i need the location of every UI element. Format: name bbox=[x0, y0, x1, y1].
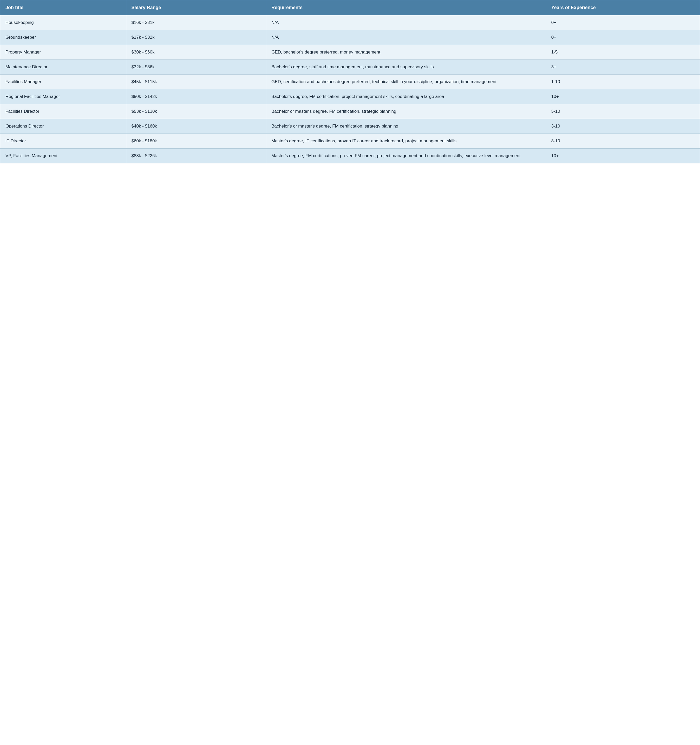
job-title-cell: Operations Director bbox=[0, 119, 126, 134]
requirements-cell: Master's degree, IT certifications, prov… bbox=[266, 134, 546, 148]
header-years-experience: Years of Experience bbox=[546, 0, 700, 15]
table-row: VP, Facilities Management$83k - $226kMas… bbox=[0, 148, 700, 163]
job-title-cell: Regional Facilities Manager bbox=[0, 89, 126, 104]
facilities-jobs-table: Job title Salary Range Requirements Year… bbox=[0, 0, 700, 163]
salary-range-cell: $30k - $60k bbox=[126, 45, 266, 60]
salary-range-cell: $32k - $86k bbox=[126, 60, 266, 75]
job-title-cell: Facilities Director bbox=[0, 104, 126, 119]
years-experience-cell: 10+ bbox=[546, 148, 700, 163]
table-row: IT Director$60k - $180kMaster's degree, … bbox=[0, 134, 700, 148]
table-row: Groundskeeper$17k - $32kN/A0+ bbox=[0, 30, 700, 45]
requirements-cell: N/A bbox=[266, 30, 546, 45]
job-title-cell: Property Manager bbox=[0, 45, 126, 60]
table-row: Housekeeping$16k - $31kN/A0+ bbox=[0, 15, 700, 30]
salary-range-cell: $50k - $142k bbox=[126, 89, 266, 104]
requirements-cell: Bachelor or master's degree, FM certific… bbox=[266, 104, 546, 119]
salary-range-cell: $16k - $31k bbox=[126, 15, 266, 30]
header-salary-range: Salary Range bbox=[126, 0, 266, 15]
salary-range-cell: $17k - $32k bbox=[126, 30, 266, 45]
salary-range-cell: $53k - $130k bbox=[126, 104, 266, 119]
salary-range-cell: $45k - $115k bbox=[126, 75, 266, 89]
table-row: Property Manager$30k - $60kGED, bachelor… bbox=[0, 45, 700, 60]
job-title-cell: Maintenance Director bbox=[0, 60, 126, 75]
requirements-cell: Bachelor's degree, FM certification, pro… bbox=[266, 89, 546, 104]
requirements-cell: Master's degree, FM certifications, prov… bbox=[266, 148, 546, 163]
table-row: Facilities Manager$45k - $115kGED, certi… bbox=[0, 75, 700, 89]
salary-range-cell: $40k - $160k bbox=[126, 119, 266, 134]
requirements-cell: GED, bachelor's degree preferred, money … bbox=[266, 45, 546, 60]
table-row: Operations Director$40k - $160kBachelor'… bbox=[0, 119, 700, 134]
years-experience-cell: 8-10 bbox=[546, 134, 700, 148]
table-row: Facilities Director$53k - $130kBachelor … bbox=[0, 104, 700, 119]
years-experience-cell: 1-5 bbox=[546, 45, 700, 60]
years-experience-cell: 0+ bbox=[546, 30, 700, 45]
job-title-cell: Housekeeping bbox=[0, 15, 126, 30]
years-experience-cell: 3+ bbox=[546, 60, 700, 75]
years-experience-cell: 1-10 bbox=[546, 75, 700, 89]
header-job-title: Job title bbox=[0, 0, 126, 15]
job-title-cell: Groundskeeper bbox=[0, 30, 126, 45]
table-row: Maintenance Director$32k - $86kBachelor'… bbox=[0, 60, 700, 75]
salary-range-cell: $60k - $180k bbox=[126, 134, 266, 148]
job-title-cell: IT Director bbox=[0, 134, 126, 148]
requirements-cell: Bachelor's degree, staff and time manage… bbox=[266, 60, 546, 75]
table-row: Regional Facilities Manager$50k - $142kB… bbox=[0, 89, 700, 104]
job-title-cell: VP, Facilities Management bbox=[0, 148, 126, 163]
years-experience-cell: 0+ bbox=[546, 15, 700, 30]
job-title-cell: Facilities Manager bbox=[0, 75, 126, 89]
requirements-cell: Bachelor's or master's degree, FM certif… bbox=[266, 119, 546, 134]
years-experience-cell: 5-10 bbox=[546, 104, 700, 119]
requirements-cell: GED, certification and bachelor's degree… bbox=[266, 75, 546, 89]
table-header-row: Job title Salary Range Requirements Year… bbox=[0, 0, 700, 15]
salary-range-cell: $83k - $226k bbox=[126, 148, 266, 163]
header-requirements: Requirements bbox=[266, 0, 546, 15]
requirements-cell: N/A bbox=[266, 15, 546, 30]
years-experience-cell: 3-10 bbox=[546, 119, 700, 134]
years-experience-cell: 10+ bbox=[546, 89, 700, 104]
